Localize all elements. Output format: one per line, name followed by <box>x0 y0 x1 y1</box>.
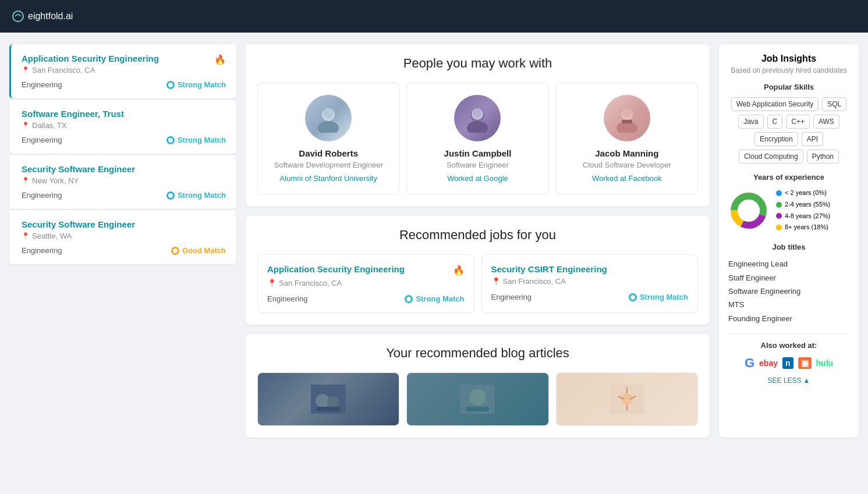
skill-tag[interactable]: Cloud Computing <box>739 150 803 164</box>
match-badge: Strong Match <box>166 191 226 200</box>
svg-point-8 <box>473 108 482 118</box>
job-dept: Engineering <box>22 80 62 89</box>
avatar-image <box>305 95 352 141</box>
job-card[interactable]: Software Engineer, Trust 📍 Dallas, TX En… <box>9 99 236 154</box>
job-title-item: Engineering Lead <box>728 257 849 271</box>
popular-skills-label: Popular Skills <box>728 83 849 91</box>
avatar <box>305 95 352 141</box>
main-layout: Application Security Engineering 🔥 📍 San… <box>0 33 868 449</box>
years-label: Years of experience <box>728 173 849 182</box>
job-dept: Engineering <box>22 136 62 144</box>
rec-job-card[interactable]: Security CSIRT Engineering 📍 San Francis… <box>481 254 699 313</box>
skill-tag[interactable]: Python <box>807 150 839 164</box>
job-titles-list: Engineering Lead Staff Engineer Software… <box>728 257 849 325</box>
blog-thumbnail-svg <box>311 385 346 414</box>
svg-rect-17 <box>317 407 340 411</box>
avatar <box>604 95 650 141</box>
person-card[interactable]: David Roberts Software Development Engin… <box>257 83 399 195</box>
divider <box>728 333 849 334</box>
location-icon: 📍 <box>491 277 501 286</box>
job-title-item: Staff Engineer <box>728 271 849 285</box>
skill-tag[interactable]: SQL <box>822 97 846 111</box>
rec-job-card[interactable]: Application Security Engineering 🔥 📍 San… <box>257 254 474 313</box>
job-titles-label: Job titles <box>728 243 849 251</box>
legend-dot <box>776 225 782 230</box>
match-badge: Strong Match <box>629 293 688 301</box>
company-logos: G ebay n ▣ hulu <box>728 356 849 371</box>
square-logo[interactable]: ▣ <box>798 357 812 369</box>
center-content: People you may work with <box>246 44 710 438</box>
legend-label: 2-4 years (55%) <box>785 199 830 211</box>
job-location: New York, NY <box>32 176 79 185</box>
person-job-title: Cloud Software Developer <box>566 161 688 169</box>
hulu-logo[interactable]: hulu <box>816 358 834 368</box>
skill-tag[interactable]: Java <box>738 115 763 129</box>
job-card[interactable]: Application Security Engineering 🔥 📍 San… <box>9 44 236 98</box>
match-badge: Good Match <box>171 246 226 255</box>
job-title: Software Engineer, Trust <box>22 109 124 119</box>
job-card[interactable]: Security Software Engineer 📍 New York, N… <box>9 155 236 209</box>
right-sidebar: Job Insights Based on previously hired c… <box>719 44 859 438</box>
job-title: Application Security Engineering <box>22 54 159 63</box>
netflix-logo[interactable]: n <box>782 357 793 369</box>
person-connection[interactable]: Worked at Facebook <box>566 174 688 183</box>
avatar <box>454 95 501 141</box>
match-dot <box>405 295 413 303</box>
svg-point-16 <box>327 396 339 408</box>
person-job-title: Software Development Engineer <box>267 161 389 169</box>
donut-chart <box>728 190 769 231</box>
legend-item: 2-4 years (55%) <box>776 199 830 211</box>
legend-dot <box>776 202 782 208</box>
blog-section: Your recommended blog articles <box>246 334 710 438</box>
avatar-image <box>454 95 501 141</box>
job-title-item: Founding Engineer <box>728 312 849 325</box>
person-card[interactable]: Justin Campbell Software Engineer Worked… <box>406 83 548 195</box>
person-avatar-svg <box>314 104 343 133</box>
skill-tag[interactable]: Web Application Security <box>731 97 819 111</box>
job-card[interactable]: Security Software Engineer 📍 Seattle, WA… <box>9 210 236 264</box>
blog-card[interactable] <box>257 372 399 426</box>
blog-card[interactable] <box>556 372 698 426</box>
see-less-button[interactable]: SEE LESS ▲ <box>728 376 849 385</box>
match-label: Strong Match <box>416 294 464 303</box>
skill-tag[interactable]: AWS <box>813 115 839 129</box>
jobs-section: Recommended jobs for you Application Sec… <box>246 216 710 325</box>
location-icon: 📍 <box>22 122 30 129</box>
svg-rect-20 <box>466 407 489 411</box>
skill-tag[interactable]: Encryption <box>754 132 798 146</box>
match-dot <box>166 191 175 200</box>
person-avatar-svg <box>463 104 492 133</box>
blog-image <box>258 373 399 425</box>
person-connection[interactable]: Alumni of Stanford University <box>267 174 389 183</box>
see-less-label: SEE LESS <box>768 376 802 385</box>
skill-tag[interactable]: C <box>767 115 783 129</box>
blog-card[interactable] <box>406 372 548 426</box>
location-icon: 📍 <box>22 232 30 240</box>
chevron-up-icon: ▲ <box>803 376 810 385</box>
legend-label: 4-8 years (27%) <box>785 211 830 222</box>
logo-icon <box>12 10 24 23</box>
blog-thumbnail-svg <box>460 385 495 414</box>
logo-text: eightfold.ai <box>28 11 73 22</box>
match-dot <box>629 293 637 301</box>
location-icon: 📍 <box>22 66 30 74</box>
location-icon: 📍 <box>267 279 277 287</box>
svg-rect-13 <box>622 120 632 123</box>
legend-dot <box>776 190 782 196</box>
person-connection[interactable]: Worked at Google <box>416 174 538 183</box>
logo[interactable]: eightfold.ai <box>12 10 73 23</box>
insights-title: Job Insights <box>728 54 849 64</box>
job-location: Dallas, TX <box>32 121 67 130</box>
person-card[interactable]: Jacob Manning Cloud Software Developer W… <box>556 83 698 195</box>
ebay-logo[interactable]: ebay <box>759 358 778 368</box>
google-logo[interactable]: G <box>745 356 754 371</box>
skill-tag[interactable]: C++ <box>786 115 810 129</box>
match-dot <box>166 81 175 89</box>
svg-point-19 <box>469 389 486 406</box>
match-dot <box>166 136 175 144</box>
person-name: Jacob Manning <box>566 148 688 158</box>
skill-tag[interactable]: API <box>802 132 823 146</box>
skills-grid: Web Application Security SQL Java C C++ … <box>728 97 849 164</box>
app-header: eightfold.ai <box>0 0 868 33</box>
job-title: Security Software Engineer <box>22 219 135 229</box>
